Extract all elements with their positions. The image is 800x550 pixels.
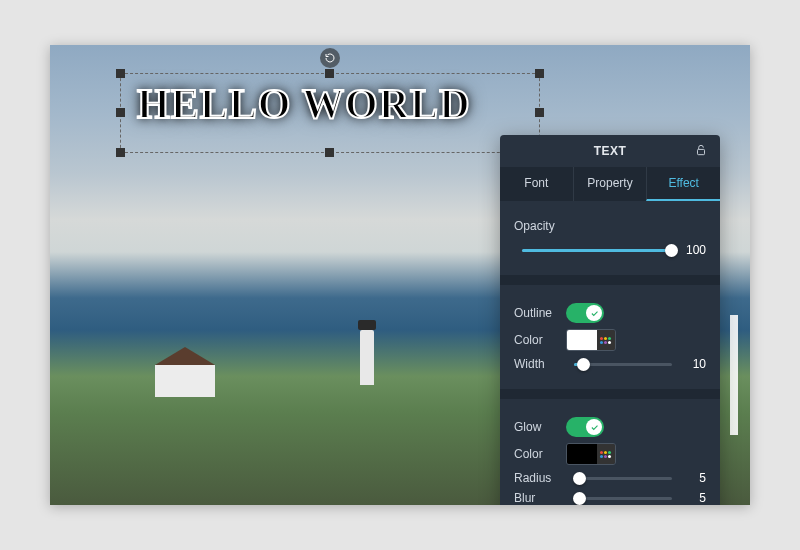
glow-blur-slider[interactable]	[574, 497, 672, 500]
glow-radius-value: 5	[680, 471, 706, 485]
glow-section: Glow Color	[500, 389, 720, 505]
glow-color-swatch[interactable]	[566, 443, 616, 465]
glow-color-label: Color	[514, 447, 566, 461]
lock-icon[interactable]	[694, 143, 710, 159]
text-selection-box[interactable]: HELLO WORLD	[120, 73, 540, 153]
canvas-text[interactable]: HELLO WORLD	[137, 80, 470, 128]
outline-width-slider[interactable]	[574, 363, 672, 366]
opacity-label: Opacity	[514, 219, 566, 233]
opacity-slider[interactable]	[522, 249, 672, 252]
resize-handle-tm[interactable]	[325, 69, 334, 78]
outline-width-value: 10	[680, 357, 706, 371]
panel-title: TEXT	[594, 144, 627, 158]
resize-handle-tl[interactable]	[116, 69, 125, 78]
outline-section: Outline Color	[500, 275, 720, 389]
glow-radius-slider[interactable]	[574, 477, 672, 480]
glow-blur-value: 5	[680, 491, 706, 505]
opacity-section: Opacity 100	[500, 201, 720, 275]
editor-canvas[interactable]: HELLO WORLD TEXT Font Property Effect Op…	[50, 45, 750, 505]
panel-tabs: Font Property Effect	[500, 167, 720, 201]
outline-color-swatch[interactable]	[566, 329, 616, 351]
outline-width-label: Width	[514, 357, 566, 371]
resize-handle-bm[interactable]	[325, 148, 334, 157]
tab-effect[interactable]: Effect	[646, 167, 720, 201]
color-picker-icon[interactable]	[597, 444, 615, 464]
scene-lighthouse	[360, 330, 374, 385]
glow-blur-label: Blur	[514, 491, 566, 505]
resize-handle-bl[interactable]	[116, 148, 125, 157]
scene-house	[155, 365, 215, 397]
text-panel: TEXT Font Property Effect Opacity 100	[500, 135, 720, 505]
svg-rect-0	[698, 149, 705, 154]
outline-toggle[interactable]	[566, 303, 604, 323]
outline-color-label: Color	[514, 333, 566, 347]
glow-label: Glow	[514, 420, 566, 434]
resize-handle-mr[interactable]	[535, 108, 544, 117]
resize-handle-ml[interactable]	[116, 108, 125, 117]
tab-property[interactable]: Property	[573, 167, 647, 201]
resize-handle-tr[interactable]	[535, 69, 544, 78]
rotate-handle-icon[interactable]	[320, 48, 340, 68]
opacity-value: 100	[680, 243, 706, 257]
tab-font[interactable]: Font	[500, 167, 573, 201]
outline-label: Outline	[514, 306, 566, 320]
glow-radius-label: Radius	[514, 471, 566, 485]
color-picker-icon[interactable]	[597, 330, 615, 350]
glow-toggle[interactable]	[566, 417, 604, 437]
